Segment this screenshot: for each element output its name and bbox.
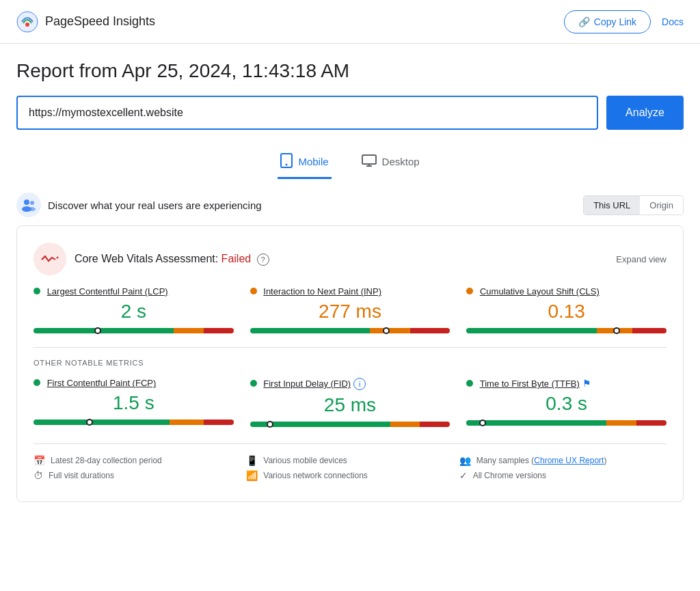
footer-item-3-1: 👥 Many samples (Chrome UX Report)	[459, 455, 667, 466]
main-content: Report from Apr 25, 2024, 11:43:18 AM An…	[0, 44, 700, 502]
expand-view-link[interactable]: Expand view	[616, 254, 667, 264]
footer-col-1: 📅 Latest 28-day collection period ⏱ Full…	[33, 455, 241, 485]
svg-point-3	[286, 164, 288, 166]
desktop-icon	[362, 154, 377, 169]
svg-line-9	[57, 257, 58, 258]
real-users-text: Discover what your real users are experi…	[48, 200, 262, 211]
inp-dot	[250, 288, 257, 294]
real-users-left: Discover what your real users are experi…	[16, 193, 262, 217]
footer-item-1-1: 📅 Latest 28-day collection period	[33, 455, 241, 466]
cwv-title: Core Web Vitals Assessment: Failed ?	[75, 253, 269, 266]
metric-fcp-label: First Contentful Paint (FCP)	[33, 378, 234, 388]
tab-desktop-label: Desktop	[382, 156, 420, 167]
metric-ttfb-link[interactable]: Time to First Byte (TTFB)	[480, 379, 580, 389]
logo-area: PageSpeed Insights	[16, 11, 155, 33]
metric-lcp-link[interactable]: Largest Contentful Paint (LCP)	[47, 286, 168, 297]
footer-col-3: 👥 Many samples (Chrome UX Report) ✓ All …	[459, 455, 667, 485]
cwv-title-prefix: Core Web Vitals Assessment:	[75, 253, 221, 264]
metric-ttfb-marker	[479, 420, 486, 426]
svg-point-8	[29, 207, 36, 211]
svg-point-6	[30, 201, 34, 205]
tab-mobile-label: Mobile	[298, 156, 328, 167]
fid-dot	[250, 380, 257, 387]
metric-inp-link[interactable]: Interaction to Next Paint (INP)	[263, 286, 381, 297]
cls-dot	[466, 288, 473, 294]
report-title: Report from Apr 25, 2024, 11:43:18 AM	[16, 60, 684, 82]
metric-ttfb: Time to First Byte (TTFB)⚑ 0.3 s	[466, 378, 667, 430]
metric-lcp-marker	[94, 327, 101, 334]
tabs-bar: Mobile Desktop	[16, 146, 684, 179]
metric-fcp-marker	[86, 419, 93, 426]
footer-text-2-1: Various mobile devices	[263, 456, 347, 465]
cwv-card: Core Web Vitals Assessment: Failed ? Exp…	[16, 225, 684, 502]
ttfb-dot	[466, 380, 473, 387]
svg-point-1	[25, 23, 29, 27]
logo-text: PageSpeed Insights	[45, 14, 155, 29]
tab-desktop[interactable]: Desktop	[359, 146, 422, 179]
other-metrics-grid: First Contentful Paint (FCP) 1.5 s First…	[33, 378, 667, 430]
cwv-title-area: Core Web Vitals Assessment: Failed ?	[33, 243, 269, 275]
metric-cls-value: 0.13	[466, 301, 667, 322]
svg-point-0	[17, 12, 38, 32]
metric-ttfb-value: 0.3 s	[466, 393, 667, 415]
fid-info-icon[interactable]: i	[353, 378, 366, 390]
metric-fcp-link[interactable]: First Contentful Paint (FCP)	[47, 378, 157, 388]
footer-text-3-1: Many samples (Chrome UX Report)	[476, 456, 607, 465]
cwv-status-icon	[33, 243, 66, 275]
footer-item-2-1: 📱 Various mobile devices	[246, 455, 453, 466]
metric-fid-marker	[267, 421, 273, 428]
cwv-metrics-grid: Largest Contentful Paint (LCP) 2 s Inter…	[33, 286, 667, 336]
metric-cls-label: Cumulative Layout Shift (CLS)	[466, 286, 667, 297]
metric-inp: Interaction to Next Paint (INP) 277 ms	[250, 286, 450, 336]
metric-fid-link[interactable]: First Input Delay (FID)	[263, 379, 351, 389]
url-input[interactable]	[16, 96, 598, 130]
ttfb-flag-icon: ⚑	[582, 378, 591, 389]
real-users-bar: Discover what your real users are experi…	[16, 193, 684, 217]
metric-lcp: Largest Contentful Paint (LCP) 2 s	[33, 286, 234, 336]
metric-fid: First Input Delay (FID)i 25 ms	[250, 378, 450, 430]
metric-lcp-value: 2 s	[33, 301, 234, 322]
copy-link-button[interactable]: 🔗 Copy Link	[564, 10, 651, 33]
tab-mobile[interactable]: Mobile	[278, 146, 331, 179]
footer-text-1-2: Full visit durations	[49, 471, 114, 480]
footer-item-3-2: ✓ All Chrome versions	[459, 470, 667, 481]
cwv-status: Failed	[221, 253, 252, 264]
metric-fid-bar	[250, 422, 450, 427]
metric-cls-link[interactable]: Cumulative Layout Shift (CLS)	[480, 286, 600, 297]
footer-item-1-2: ⏱ Full visit durations	[33, 470, 241, 481]
other-metrics-label: OTHER NOTABLE METRICS	[33, 359, 667, 367]
footer-col-2: 📱 Various mobile devices 📶 Various netwo…	[246, 455, 453, 485]
cwv-header: Core Web Vitals Assessment: Failed ? Exp…	[33, 243, 667, 275]
metric-ttfb-bar	[466, 420, 667, 426]
svg-rect-4	[362, 155, 376, 164]
origin-toggle[interactable]: Origin	[640, 196, 683, 215]
footer-icon-1-2: ⏱	[33, 470, 43, 481]
footer-link-3-1[interactable]: Chrome UX Report	[534, 456, 604, 465]
metric-cls: Cumulative Layout Shift (CLS) 0.13	[466, 286, 667, 336]
lcp-dot	[33, 288, 40, 294]
url-bar: Analyze	[16, 96, 684, 130]
metric-cls-marker	[613, 327, 620, 334]
link-icon: 🔗	[578, 16, 590, 27]
metric-inp-bar	[250, 328, 450, 333]
footer-item-2-2: 📶 Various network connections	[246, 470, 453, 481]
metric-ttfb-label: Time to First Byte (TTFB)⚑	[466, 378, 667, 389]
metric-inp-value: 277 ms	[250, 301, 450, 322]
footer-icon-1-1: 📅	[33, 455, 45, 466]
copy-link-label: Copy Link	[594, 16, 636, 27]
mobile-icon	[280, 153, 293, 170]
fcp-dot	[33, 379, 40, 386]
footer-text-1-1: Latest 28-day collection period	[51, 456, 162, 465]
footer-text-2-2: Various network connections	[263, 471, 368, 480]
metric-fcp-bar	[33, 420, 234, 425]
docs-link[interactable]: Docs	[662, 16, 684, 27]
this-url-toggle[interactable]: This URL	[584, 196, 640, 215]
cwv-info-icon[interactable]: ?	[257, 253, 269, 266]
analyze-button[interactable]: Analyze	[606, 96, 684, 130]
metric-lcp-bar	[33, 328, 234, 333]
metric-cls-bar	[466, 328, 667, 333]
metric-lcp-label: Largest Contentful Paint (LCP)	[33, 286, 234, 297]
pagespeed-logo-icon	[16, 11, 38, 33]
footer-icon-2-1: 📱	[246, 455, 258, 466]
url-origin-toggle: This URL Origin	[583, 195, 684, 215]
